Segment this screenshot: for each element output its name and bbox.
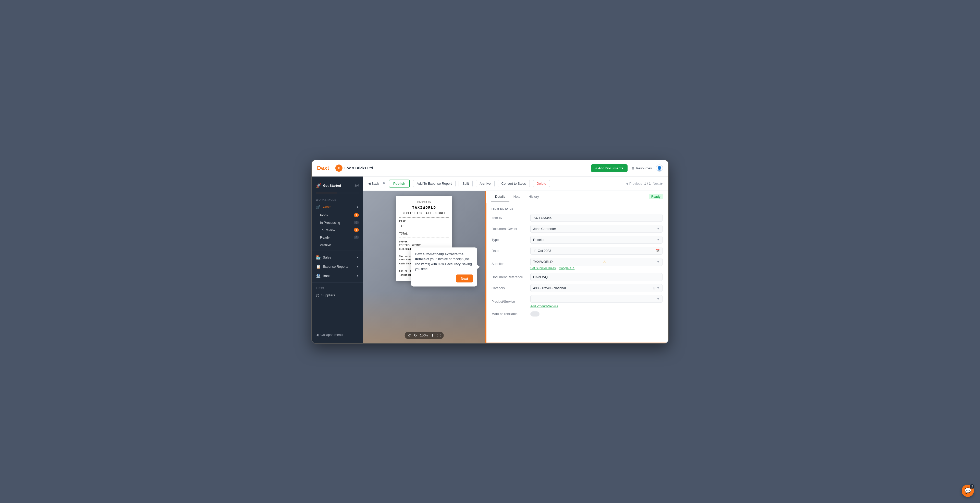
- supplier-links: Set Supplier Rules Google It ↗: [530, 267, 662, 270]
- sidebar-item-to-review[interactable]: To Review 1: [312, 226, 363, 234]
- to-review-badge: 1: [354, 228, 359, 232]
- category-select[interactable]: 493 - Travel - National ⊞ ▼: [530, 284, 662, 292]
- receipt-total-line: TOTAL: [399, 232, 449, 236]
- suppliers-icon: ◎: [316, 293, 319, 298]
- sales-icon: 🏪: [316, 255, 321, 260]
- sidebar-item-ready[interactable]: Ready 0: [312, 234, 363, 241]
- content-area: ◀ Back ⚑ Publish Add To Expense Report S…: [363, 177, 668, 343]
- expense-reports-label: Expense Reports: [323, 265, 356, 268]
- tip-label: TIP: [399, 224, 404, 228]
- resources-button[interactable]: ⊞ Resources: [632, 166, 652, 170]
- document-owner-select[interactable]: John Carpenter ▼: [530, 225, 662, 233]
- progress-bar-fill: [316, 193, 337, 193]
- document-owner-label: Document Owner: [492, 227, 527, 231]
- document-viewer: powered by TAXIWORLD RECEIPT FOR TAXI JO…: [363, 191, 485, 343]
- add-documents-button[interactable]: + Add Documents: [591, 164, 627, 172]
- type-value: Receipt: [533, 238, 544, 242]
- sidebar-item-in-processing[interactable]: In Processing 0: [312, 219, 363, 226]
- document-owner-value: John Carpenter: [533, 227, 556, 231]
- publish-button[interactable]: Publish: [389, 180, 410, 187]
- item-id-input[interactable]: [530, 214, 662, 222]
- header: Dext F Fox & Bricks Ltd + Add Documents …: [312, 160, 668, 177]
- supplier-value: TAXIWORLD: [533, 260, 552, 263]
- add-product-service-link[interactable]: Add Product/Service: [530, 305, 558, 308]
- sidebar-item-costs[interactable]: 🛒 Costs ▲: [312, 202, 363, 212]
- tooltip-text-part1: Dext: [415, 252, 423, 256]
- toolbar-nav: ◀ Previous 1 / 1 Next ▶: [626, 182, 663, 185]
- zoom-level: 100%: [420, 334, 428, 337]
- date-input[interactable]: 11 Oct 2023 📅: [530, 247, 662, 255]
- progress-bar-container: [312, 193, 363, 196]
- inbox-badge: 1: [354, 213, 359, 217]
- supplier-label: Supplier: [492, 262, 527, 266]
- tooltip-next-button[interactable]: Next: [456, 275, 473, 282]
- tab-note[interactable]: Note: [509, 192, 525, 202]
- receipt-subtitle: RECEIPT FOR TAXI JOURNEY: [399, 211, 449, 216]
- company-badge[interactable]: F Fox & Bricks Ltd: [335, 164, 373, 172]
- product-service-chevron-icon: ▼: [657, 297, 660, 301]
- tab-details[interactable]: Details: [491, 192, 509, 202]
- sidebar-item-bank[interactable]: 🏦 Bank ▼: [312, 271, 363, 281]
- type-label: Type: [492, 238, 527, 242]
- type-row: Type Receipt ▼: [492, 236, 662, 244]
- collapse-menu-button[interactable]: ◀ Collapse menu: [312, 331, 363, 339]
- previous-button[interactable]: ◀ Previous: [626, 182, 642, 185]
- expand-button[interactable]: ⛶: [437, 334, 441, 337]
- sidebar-item-inbox[interactable]: Inbox 1: [312, 212, 363, 219]
- mark-rebillable-label: Mark as rebillable: [492, 312, 527, 316]
- supplier-row: Supplier TAXIWORLD ⚠ ▼ Set Supplier Rule…: [492, 258, 662, 270]
- add-expense-button[interactable]: Add To Expense Report: [413, 180, 455, 187]
- tab-history[interactable]: History: [525, 192, 543, 202]
- document-owner-row: Document Owner John Carpenter ▼: [492, 225, 662, 233]
- type-field[interactable]: Receipt ▼: [530, 236, 662, 244]
- get-started-item[interactable]: 🚀 Get Started 2/4: [312, 180, 363, 190]
- rotate-right-button[interactable]: ↻: [414, 334, 417, 337]
- collapse-icon: ◀: [316, 333, 318, 337]
- flag-button[interactable]: ⚑: [382, 181, 386, 186]
- receipt-title: TAXIWORLD: [399, 204, 449, 210]
- download-button[interactable]: ⬇: [431, 334, 434, 337]
- sidebar: 🚀 Get Started 2/4 WORKSPACES 🛒 Costs ▲ I…: [312, 177, 363, 343]
- receipt-fare-line: FARE: [399, 219, 449, 224]
- sidebar-item-suppliers[interactable]: ◎ Suppliers: [312, 291, 363, 300]
- external-link-icon: ↗: [572, 267, 574, 270]
- calendar-icon: 📅: [656, 249, 660, 252]
- type-select[interactable]: Receipt ▼: [530, 236, 662, 244]
- category-value: 493 - Travel - National: [533, 286, 566, 290]
- mark-rebillable-field: [530, 311, 662, 316]
- product-service-select[interactable]: ▼: [530, 295, 662, 303]
- sidebar-item-sales[interactable]: 🏪 Sales ▼: [312, 253, 363, 262]
- supplier-select[interactable]: TAXIWORLD ⚠ ▼: [530, 258, 662, 266]
- archive-button[interactable]: Archive: [476, 180, 494, 187]
- back-label: Back: [372, 182, 379, 185]
- rotate-left-button[interactable]: ↺: [408, 334, 411, 337]
- delete-button[interactable]: Delete: [533, 180, 550, 187]
- item-id-field: [530, 214, 662, 222]
- sidebar-divider-2: [312, 283, 363, 283]
- rebillable-toggle[interactable]: [530, 311, 539, 316]
- convert-to-sales-button[interactable]: Convert to Sales: [498, 180, 530, 187]
- bank-icon: 🏦: [316, 274, 321, 278]
- doc-reference-row: Document Reference: [492, 273, 662, 281]
- back-button[interactable]: ◀ Back: [368, 182, 379, 185]
- set-supplier-rules-link[interactable]: Set Supplier Rules: [530, 267, 555, 270]
- receipt-tip-line: TIP: [399, 224, 449, 228]
- doc-reference-input[interactable]: [530, 273, 662, 281]
- date-label: Date: [492, 249, 527, 253]
- to-review-label: To Review: [320, 228, 354, 232]
- receipt-powered-by: powered by: [399, 200, 449, 204]
- sidebar-item-archive[interactable]: Archive: [312, 241, 363, 249]
- chat-button[interactable]: 💬 2: [962, 485, 974, 497]
- resources-label: Resources: [636, 166, 652, 170]
- sidebar-item-expense-reports[interactable]: 📋 Expense Reports ▼: [312, 262, 363, 271]
- tooltip-arrow: [477, 265, 480, 269]
- category-settings-icon: ⊞: [653, 286, 655, 290]
- document-owner-field[interactable]: John Carpenter ▼: [530, 225, 662, 233]
- user-avatar-button[interactable]: 👤: [656, 164, 663, 172]
- next-button[interactable]: Next ▶: [653, 182, 663, 185]
- split-button[interactable]: Split: [458, 180, 473, 187]
- google-it-link[interactable]: Google It ↗: [558, 267, 574, 270]
- split-view: powered by TAXIWORLD RECEIPT FOR TAXI JO…: [363, 191, 668, 343]
- receipt-sep-1: [399, 217, 449, 218]
- driver-line: DRIVER:: [399, 240, 449, 243]
